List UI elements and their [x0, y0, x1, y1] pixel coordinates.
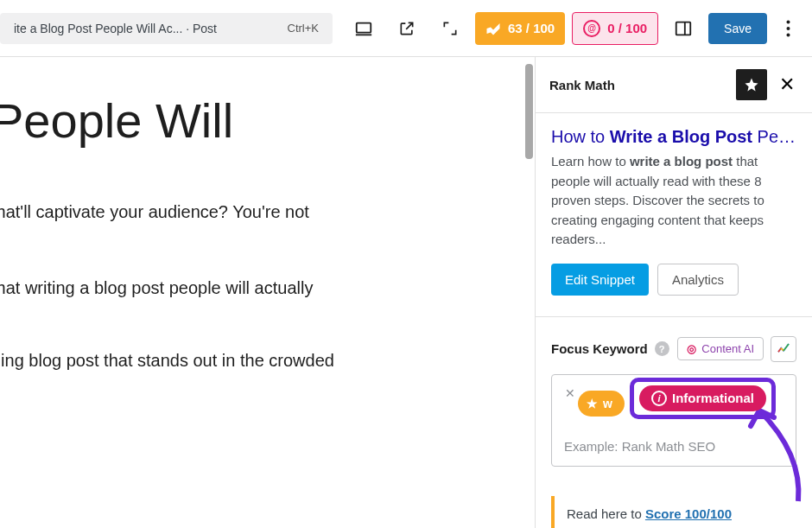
content-ai-button[interactable]: ◎ Content AI: [677, 337, 764, 360]
main-area: People Will that'll captivate your audie…: [0, 57, 812, 528]
sidebar-toggle-icon[interactable]: [665, 10, 701, 47]
trends-button[interactable]: [771, 336, 796, 362]
help-icon[interactable]: ?: [655, 341, 669, 356]
svg-point-2: [786, 20, 790, 23]
paragraph-3[interactable]: ging blog post that stands out in the cr…: [0, 347, 535, 374]
save-button[interactable]: Save: [708, 13, 767, 44]
edit-snippet-button[interactable]: Edit Snippet: [551, 264, 649, 296]
editor-toolbar: ite a Blog Post People Will Ac... · Post…: [0, 0, 812, 56]
info-icon: i: [651, 391, 667, 406]
score-hint-banner: Read here to Score 100/100: [551, 496, 796, 529]
sidebar-title: Rank Math: [549, 78, 727, 92]
preview-actions: Edit Snippet Analytics: [551, 264, 796, 296]
focus-keyword-input-box[interactable]: ✕ ★ w i Informational: [551, 374, 796, 467]
post-title-text: ite a Blog Post People Will Ac... · Post: [14, 22, 217, 35]
serp-preview: How to Write a Blog Post Pe… Learn how t…: [536, 113, 812, 308]
post-title-command[interactable]: ite a Blog Post People Will Ac... · Post…: [0, 13, 333, 44]
serp-title: How to Write a Blog Post Pe…: [551, 125, 796, 149]
svg-rect-1: [676, 22, 691, 35]
primary-keyword-chip[interactable]: ★ w: [578, 391, 625, 417]
serp-description: Learn how to write a blog post that peop…: [551, 152, 796, 250]
ai-ring-icon: @: [583, 20, 600, 37]
keyword-input[interactable]: [562, 436, 785, 457]
expand-icon[interactable]: [432, 10, 468, 47]
post-title-heading[interactable]: People Will: [0, 92, 535, 149]
focus-keyword-header: Focus Keyword ? ◎ Content AI: [551, 336, 796, 362]
svg-point-4: [786, 33, 790, 36]
external-link-icon[interactable]: [389, 10, 425, 47]
score-hint-link[interactable]: Score 100/100: [645, 506, 732, 521]
close-icon[interactable]: ✕: [776, 70, 798, 99]
more-options-icon[interactable]: [774, 20, 802, 37]
keyword-chip-row: ✕ ★ w i Informational: [562, 384, 785, 423]
keyboard-shortcut: Ctrl+K: [288, 22, 319, 35]
focus-keyword-section: Focus Keyword ? ◎ Content AI ✕ ★ w: [536, 316, 812, 479]
analytics-button[interactable]: Analytics: [657, 264, 739, 296]
sidebar-header: Rank Math ✕: [536, 57, 812, 113]
svg-rect-0: [357, 22, 371, 32]
paragraph-2[interactable]: that writing a blog post people will act…: [0, 274, 535, 302]
svg-point-3: [786, 27, 790, 30]
device-preview-icon[interactable]: [346, 10, 382, 47]
scrollbar-thumb[interactable]: [525, 64, 533, 159]
rank-math-sidebar: Rank Math ✕ How to Write a Blog Post Pe……: [535, 57, 812, 528]
ai-score-badge[interactable]: @ 0 / 100: [572, 12, 658, 45]
remove-keyword-icon[interactable]: ✕: [565, 386, 575, 400]
focus-keyword-label: Focus Keyword: [551, 341, 648, 356]
seo-score-value: 63 / 100: [508, 21, 555, 35]
paragraph-1[interactable]: that'll captivate your audience? You're …: [0, 198, 535, 226]
star-mini-icon: ★: [587, 397, 598, 410]
intent-highlight-box: i Informational: [630, 378, 776, 419]
intent-chip[interactable]: i Informational: [639, 385, 766, 411]
ai-score-value: 0 / 100: [607, 21, 647, 35]
editor-canvas[interactable]: People Will that'll captivate your audie…: [0, 57, 535, 528]
star-button[interactable]: [736, 69, 767, 100]
seo-score-badge[interactable]: 63 / 100: [475, 12, 565, 45]
